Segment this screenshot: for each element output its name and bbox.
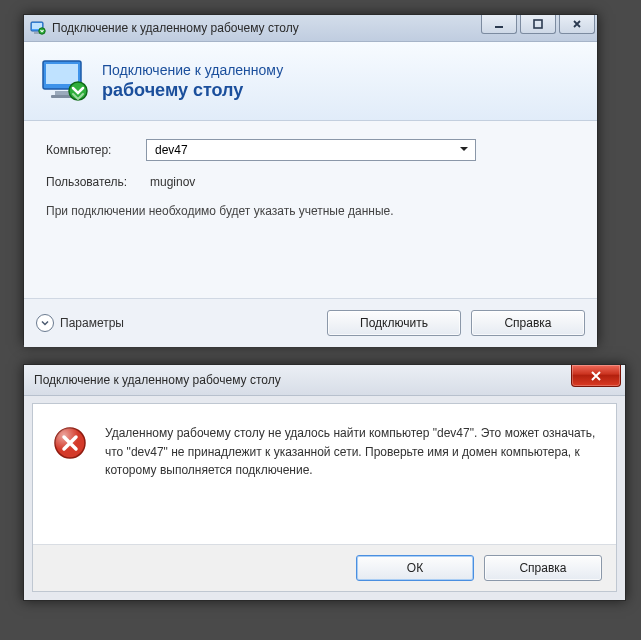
computer-combobox[interactable] [146, 139, 476, 161]
computer-input[interactable] [153, 142, 469, 158]
maximize-button[interactable] [520, 15, 556, 34]
rdp-titlebar[interactable]: Подключение к удаленному рабочему столу [24, 15, 597, 42]
error-title-text: Подключение к удаленному рабочему столу [34, 373, 281, 387]
header-line2: рабочему столу [102, 80, 283, 101]
ok-button[interactable]: ОК [356, 555, 474, 581]
svg-point-10 [69, 82, 87, 100]
rdp-title-text: Подключение к удаленному рабочему столу [52, 21, 299, 35]
rdp-footer: Параметры Подключить Справка [24, 298, 597, 347]
error-message-text: Удаленному рабочему столу не удалось най… [105, 424, 596, 480]
error-titlebar[interactable]: Подключение к удаленному рабочему столу [24, 365, 625, 396]
minimize-button[interactable] [481, 15, 517, 34]
help-button[interactable]: Справка [484, 555, 602, 581]
error-dialog-window: Подключение к удаленному рабочему столу [23, 364, 626, 601]
credentials-hint: При подключении необходимо будет указать… [46, 203, 575, 220]
computer-label: Компьютер: [46, 143, 146, 157]
svg-rect-4 [495, 26, 503, 28]
help-button[interactable]: Справка [471, 310, 585, 336]
rdp-header-banner: Подключение к удаленному рабочему столу [24, 42, 597, 121]
rdp-connection-window: Подключение к удаленному рабочему столу [23, 14, 598, 345]
user-label: Пользователь: [46, 175, 146, 189]
error-icon [53, 426, 87, 460]
options-expander[interactable]: Параметры [36, 314, 124, 332]
rdp-body: Компьютер: Пользователь: muginov При под… [24, 121, 597, 298]
connect-button[interactable]: Подключить [327, 310, 461, 336]
window-controls [481, 15, 595, 37]
rdp-app-icon [30, 20, 46, 36]
svg-rect-8 [55, 91, 69, 95]
header-line1: Подключение к удаленному [102, 62, 283, 78]
rdp-monitor-icon [40, 57, 88, 105]
close-button[interactable] [571, 365, 621, 387]
error-client-area: Удаленному рабочему столу не удалось най… [32, 403, 617, 592]
close-button[interactable] [559, 15, 595, 34]
chevron-down-icon[interactable] [459, 143, 469, 157]
chevron-down-circle-icon [36, 314, 54, 332]
options-label: Параметры [60, 316, 124, 330]
svg-rect-5 [534, 20, 542, 28]
user-value: muginov [146, 175, 195, 189]
error-dialog-footer: ОК Справка [33, 544, 616, 591]
svg-rect-7 [46, 64, 78, 84]
